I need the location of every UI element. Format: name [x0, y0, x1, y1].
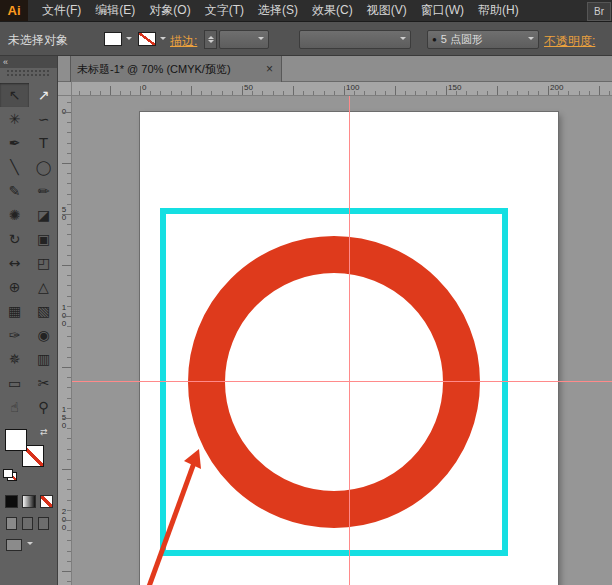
vruler-label: 0	[58, 108, 70, 116]
perspective-grid-tool[interactable]: △	[29, 275, 58, 299]
tool-panel: « ↖↗✳∽✒T╲◯✎✏✺◪↻▣↔◰⊕△▦▧✑◉✵▥▭✂☝⚲ ⇄	[0, 56, 58, 585]
screen-mode-icon[interactable]	[6, 539, 22, 551]
hruler-label: 0	[142, 83, 146, 92]
none-button[interactable]	[40, 495, 53, 508]
vruler-label: 2 0 0	[58, 508, 70, 532]
opacity-panel-link[interactable]: 不透明度:	[544, 33, 595, 50]
bridge-button[interactable]: Br	[587, 2, 611, 21]
chevron-down-icon	[258, 37, 264, 43]
menu-item-T[interactable]: 文字(T)	[205, 2, 244, 19]
blob-brush-tool[interactable]: ✺	[0, 203, 29, 227]
tools-grid: ↖↗✳∽✒T╲◯✎✏✺◪↻▣↔◰⊕△▦▧✑◉✵▥▭✂☝⚲	[0, 83, 57, 419]
artboard-tool[interactable]: ▭	[0, 371, 29, 395]
width-profile-dropdown[interactable]	[299, 30, 411, 49]
control-bar: 未选择对象 描边: ● 5 点圆形 不透明度:	[0, 22, 612, 56]
chevron-down-icon	[400, 37, 406, 43]
canvas-viewport[interactable]	[72, 96, 612, 585]
rotate-tool[interactable]: ↻	[0, 227, 29, 251]
screen-mode-control	[0, 530, 57, 551]
menu-item-H[interactable]: 帮助(H)	[478, 2, 519, 19]
menu-item-S[interactable]: 选择(S)	[258, 2, 298, 19]
draw-normal-button[interactable]	[6, 517, 17, 530]
stepper-down-icon[interactable]	[208, 40, 214, 46]
swap-fill-stroke-icon[interactable]: ⇄	[40, 427, 48, 437]
vertical-ruler[interactable]: 05 01 0 01 5 02 0 0	[58, 96, 72, 585]
zoom-tool[interactable]: ⚲	[29, 395, 58, 419]
menu-item-V[interactable]: 视图(V)	[367, 2, 407, 19]
vruler-label: 1 5 0	[58, 406, 70, 430]
menu-bar: Ai 文件(F)编辑(E)对象(O)文字(T)选择(S)效果(C)视图(V)窗口…	[0, 0, 612, 22]
menu-item-F[interactable]: 文件(F)	[42, 2, 81, 19]
illustrator-window: Ai 文件(F)编辑(E)对象(O)文字(T)选择(S)效果(C)视图(V)窗口…	[0, 0, 612, 585]
eyedropper-tool[interactable]: ✑	[0, 323, 29, 347]
hruler-label: 50	[244, 83, 253, 92]
hruler-label: 200	[550, 83, 563, 92]
stroke-weight-stepper[interactable]	[204, 30, 217, 49]
column-graph-tool[interactable]: ▥	[29, 347, 58, 371]
magic-wand-tool[interactable]: ✳	[0, 107, 29, 131]
paintbrush-tool[interactable]: ✎	[0, 179, 29, 203]
chevron-down-icon[interactable]	[126, 37, 132, 43]
pencil-tool[interactable]: ✏	[29, 179, 58, 203]
default-fill-mini	[3, 469, 13, 478]
mesh-tool[interactable]: ▦	[0, 299, 29, 323]
stroke-weight-dropdown[interactable]	[219, 30, 269, 49]
chevron-down-icon[interactable]	[27, 542, 33, 548]
panel-grip[interactable]	[6, 69, 51, 77]
ellipse-tool[interactable]: ◯	[29, 155, 58, 179]
stroke-panel-link[interactable]: 描边:	[170, 33, 197, 50]
color-button[interactable]	[5, 495, 18, 508]
menu-item-O[interactable]: 对象(O)	[149, 2, 190, 19]
drawing-mode-buttons	[0, 508, 57, 530]
app-logo: Ai	[0, 0, 28, 21]
menu-items: 文件(F)编辑(E)对象(O)文字(T)选择(S)效果(C)视图(V)窗口(W)…	[42, 2, 519, 19]
brush-definition-value: 5 点圆形	[441, 32, 483, 47]
scale-tool[interactable]: ▣	[29, 227, 58, 251]
menu-item-E[interactable]: 编辑(E)	[95, 2, 135, 19]
selection-tool[interactable]: ↖	[0, 83, 29, 107]
brush-definition-dropdown[interactable]: ● 5 点圆形	[427, 30, 539, 49]
chevron-down-icon	[528, 37, 534, 43]
vruler-label: 5 0	[58, 206, 70, 222]
document-tab-title: 未标题-1* @ 70% (CMYK/预览)	[77, 62, 231, 77]
vruler-label: 1 0 0	[58, 304, 70, 328]
ruler-corner[interactable]	[58, 82, 72, 96]
stepper-up-icon[interactable]	[208, 33, 214, 39]
chevron-down-icon[interactable]	[160, 37, 166, 43]
free-transform-tool[interactable]: ◰	[29, 251, 58, 275]
fill-stroke-control: ⇄	[0, 427, 57, 485]
direct-selection-tool[interactable]: ↗	[29, 83, 58, 107]
document-tab[interactable]: 未标题-1* @ 70% (CMYK/预览) ×	[70, 56, 282, 82]
annotation-arrow	[72, 96, 612, 585]
hand-tool[interactable]: ☝	[0, 395, 29, 419]
gradient-button[interactable]	[22, 495, 35, 508]
hruler-label: 150	[448, 83, 461, 92]
shape-builder-tool[interactable]: ⊕	[0, 275, 29, 299]
draw-inside-button[interactable]	[38, 517, 49, 530]
brush-preview-dot: ●	[432, 35, 437, 44]
menu-item-W[interactable]: 窗口(W)	[421, 2, 464, 19]
horizontal-ruler[interactable]: 050100150200	[72, 82, 612, 96]
slice-tool[interactable]: ✂	[29, 371, 58, 395]
eraser-tool[interactable]: ◪	[29, 203, 58, 227]
paint-style-buttons	[0, 485, 57, 508]
fill-swatch[interactable]	[104, 32, 122, 46]
tab-strip: 未标题-1* @ 70% (CMYK/预览) ×	[58, 56, 612, 82]
blend-tool[interactable]: ◉	[29, 323, 58, 347]
width-tool[interactable]: ↔	[0, 251, 29, 275]
fill-color-well[interactable]	[5, 429, 27, 451]
selection-status: 未选择对象	[8, 32, 68, 49]
default-fill-stroke-icon[interactable]	[3, 469, 16, 480]
draw-behind-button[interactable]	[22, 517, 33, 530]
stroke-swatch[interactable]	[138, 32, 156, 46]
close-icon[interactable]: ×	[264, 62, 275, 76]
gradient-tool[interactable]: ▧	[29, 299, 58, 323]
panel-collapse-button[interactable]: «	[0, 56, 57, 68]
menu-item-C[interactable]: 效果(C)	[312, 2, 353, 19]
line-tool[interactable]: ╲	[0, 155, 29, 179]
pen-tool[interactable]: ✒	[0, 131, 29, 155]
hruler-label: 100	[346, 83, 359, 92]
type-tool[interactable]: T	[29, 131, 58, 155]
lasso-tool[interactable]: ∽	[29, 107, 58, 131]
symbol-sprayer-tool[interactable]: ✵	[0, 347, 29, 371]
